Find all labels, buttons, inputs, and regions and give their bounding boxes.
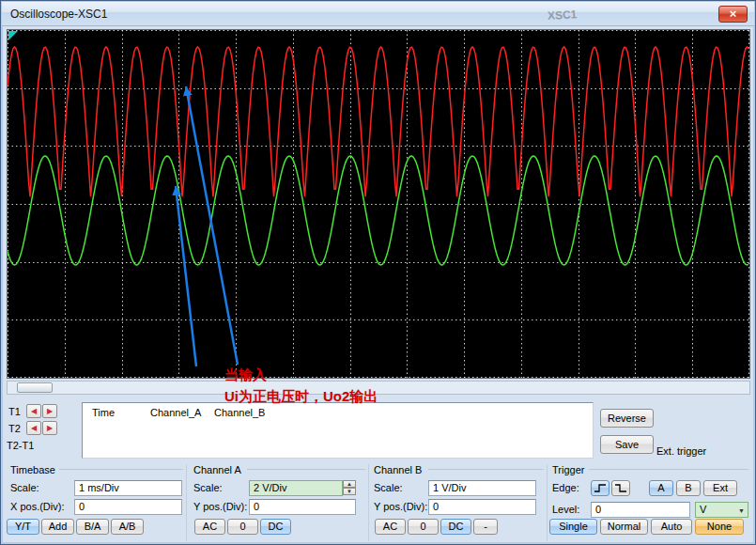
channel-a-group-title: Channel A [193, 464, 241, 475]
close-button[interactable]: × [718, 6, 748, 23]
group-divider [59, 469, 183, 470]
group-separator [368, 464, 369, 541]
t2-increase-button[interactable]: ▶ [42, 421, 57, 435]
channel-b-ypos-label: Y pos.(Div): [374, 499, 427, 515]
channel-a-ac-button[interactable]: AC [194, 519, 225, 535]
t1-increase-button[interactable]: ▶ [42, 404, 57, 418]
rising-edge-button[interactable] [591, 480, 609, 496]
channel-b-ac-button[interactable]: AC [375, 519, 406, 535]
timebase-xpos-label: X pos.(Div): [10, 499, 64, 515]
channel-b-minus-button[interactable]: - [473, 519, 498, 535]
save-button[interactable]: Save [600, 435, 654, 454]
t1-decrease-button[interactable]: ◀ [26, 404, 41, 418]
channel-b-group-title: Channel B [374, 464, 422, 475]
right-arrow-icon: ▶ [47, 424, 53, 432]
t2-label: T2 [8, 421, 21, 437]
left-arrow-icon: ◀ [31, 407, 37, 415]
t1-label: T1 [8, 404, 21, 420]
column-header-channel-a: Channel_A [150, 407, 201, 418]
trigger-level-unit-select[interactable]: V ▼ [695, 502, 748, 518]
titlebar[interactable]: Oscilloscope-XSC1 XSC1 × [2, 2, 754, 26]
trigger-a-button[interactable]: A [649, 480, 673, 496]
spinner-down-icon[interactable]: ▼ [343, 488, 356, 495]
channel-a-dc-button[interactable]: DC [260, 519, 291, 535]
channel-a-scale-field[interactable]: 2 V/Div [249, 480, 343, 496]
falling-edge-icon [613, 482, 628, 494]
readout-panel: Time Channel_A Channel_B [82, 402, 594, 459]
group-separator [186, 464, 187, 541]
group-divider [428, 469, 544, 470]
t2t1-label: T2-T1 [7, 438, 34, 454]
trigger-b-button[interactable]: B [676, 480, 701, 496]
ba-button[interactable]: B/A [76, 519, 109, 535]
timebase-xpos-field[interactable]: 0 [74, 499, 182, 515]
group-divider [247, 469, 365, 470]
reverse-button[interactable]: Reverse [600, 409, 654, 428]
group-separator [547, 464, 548, 541]
column-header-time: Time [92, 407, 115, 418]
t2-decrease-button[interactable]: ◀ [26, 421, 41, 435]
channel-a-scale-spinner[interactable]: ▲ ▼ [343, 480, 356, 496]
channel-a-ypos-label: Y pos.(Div): [193, 499, 247, 515]
trigger-ext-button[interactable]: Ext [703, 480, 737, 496]
column-header-channel-b: Channel_B [214, 407, 265, 418]
spinner-up-icon[interactable]: ▲ [343, 480, 356, 488]
channel-b-zero-button[interactable]: 0 [408, 519, 439, 535]
unit-value: V [700, 504, 706, 515]
instrument-watermark: XSC1 [548, 8, 578, 23]
scope-canvas [8, 30, 749, 378]
trigger-level-field[interactable]: 0 [591, 502, 690, 518]
yt-button[interactable]: Y/T [7, 519, 39, 535]
annotation-line2: Ui为正电压时，Uo2输出 [224, 388, 378, 406]
channel-b-dc-button[interactable]: DC [440, 519, 471, 535]
trigger-group-title: Trigger [552, 464, 584, 475]
timebase-scale-label: Scale: [10, 480, 39, 496]
timebase-scale-field[interactable]: 1 ms/Div [74, 480, 182, 496]
window-title: Oscilloscope-XSC1 [10, 8, 107, 21]
trigger-single-button[interactable]: Single [549, 519, 597, 535]
chevron-down-icon: ▼ [738, 504, 745, 518]
channel-b-scale-label: Scale: [374, 480, 403, 496]
scrollbar-thumb[interactable] [17, 382, 53, 393]
oscilloscope-window: Oscilloscope-XSC1 XSC1 × 当输入 Ui为正电压时，Uo2… [0, 0, 756, 545]
right-arrow-icon: ▶ [47, 407, 53, 415]
left-arrow-icon: ◀ [31, 424, 37, 432]
trigger-auto-button[interactable]: Auto [651, 519, 692, 535]
rising-edge-icon [593, 482, 608, 494]
channel-a-zero-button[interactable]: 0 [227, 519, 258, 535]
timebase-group-title: Timebase [10, 464, 55, 475]
channel-a-scale-label: Scale: [193, 480, 223, 496]
oscilloscope-screen [7, 29, 750, 379]
channel-b-ypos-field[interactable]: 0 [428, 499, 536, 515]
ext-trigger-label: Ext. trigger [656, 444, 706, 459]
annotation-line1: 当输入 [224, 366, 267, 384]
falling-edge-button[interactable] [611, 480, 630, 496]
ab-button[interactable]: A/B [111, 519, 144, 535]
channel-a-ypos-field[interactable]: 0 [249, 499, 356, 515]
trigger-level-label: Level: [552, 502, 579, 518]
trigger-none-button[interactable]: None [695, 519, 744, 535]
horizontal-scrollbar[interactable] [7, 381, 750, 395]
trigger-edge-label: Edge: [552, 480, 579, 496]
group-divider [589, 469, 748, 470]
trigger-normal-button[interactable]: Normal [600, 519, 648, 535]
channel-b-scale-field[interactable]: 1 V/Div [428, 480, 536, 496]
add-button[interactable]: Add [41, 519, 74, 535]
